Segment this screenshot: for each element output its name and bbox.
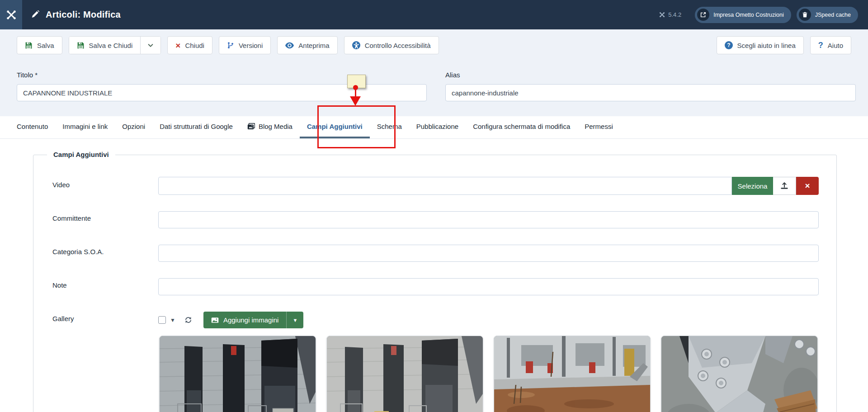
site-preview-button[interactable]: Impresa Ometto Costruzioni (695, 7, 791, 23)
joomla-logo-icon (5, 9, 18, 21)
tab-label: Immagini e link (62, 123, 108, 130)
chevron-down-icon (147, 42, 154, 48)
tab-label: Dati strutturati di Google (160, 123, 233, 130)
committente-input[interactable] (158, 211, 819, 228)
tab-permessi[interactable]: Permessi (577, 116, 620, 138)
preview-button[interactable]: Anteprima (277, 36, 337, 54)
save-options-toggle[interactable] (140, 37, 160, 54)
tab-label: Blog Media (259, 123, 292, 130)
alias-input[interactable] (445, 84, 856, 101)
help-label: Aiuto (828, 42, 843, 49)
joomla-admin-article-edit: Articoli: Modifica 5.4.2 (0, 0, 868, 412)
question-mark-icon: ? (818, 41, 823, 49)
joomla-version: 5.4.2 (659, 11, 681, 18)
clear-x-icon: × (805, 181, 810, 190)
campi-aggiuntivi-fieldset: Campi Aggiuntivi Video Seleziona × Commi… (33, 155, 837, 412)
gallery-thumbnails (159, 336, 818, 412)
committente-field-label: Committente (52, 214, 91, 222)
refresh-icon[interactable] (184, 316, 192, 324)
save-and-close-label: Salva e Chiudi (89, 42, 133, 49)
gallery-photo-facade-2[interactable] (326, 336, 483, 412)
image-icon (211, 317, 219, 323)
tab-opzioni[interactable]: Opzioni (115, 116, 152, 138)
tab-strip: Contenuto Immagini e link Opzioni Dati s… (0, 116, 868, 139)
eye-icon (285, 42, 294, 49)
question-circle-icon: ? (725, 41, 733, 49)
tab-contenuto[interactable]: Contenuto (9, 116, 55, 138)
note-input[interactable] (158, 278, 819, 295)
video-field-label: Video (52, 181, 70, 189)
accessibility-check-button[interactable]: Controllo Accessibilità (344, 36, 439, 54)
page-title: Articoli: Modifica (46, 9, 121, 20)
versions-button[interactable]: Versioni (219, 36, 271, 54)
close-button[interactable]: × Chiudi (167, 36, 212, 54)
add-images-label: Aggiungi immagini (223, 316, 279, 324)
add-images-dropdown-toggle[interactable]: ▼ (286, 312, 303, 328)
app-header: Articoli: Modifica 5.4.2 (0, 0, 868, 29)
gallery-photo-excavation[interactable] (494, 336, 651, 412)
clear-cache-label: JSpeed cache (815, 12, 851, 18)
video-clear-button[interactable]: × (796, 177, 819, 195)
save-icon (25, 42, 33, 49)
tab-pubblicazione[interactable]: Pubblicazione (409, 116, 466, 138)
tab-label: Opzioni (122, 123, 145, 130)
tab-label: Pubblicazione (416, 123, 458, 130)
preview-label: Anteprima (298, 42, 329, 49)
gallery-photo-steel-anchor[interactable] (661, 336, 818, 412)
tab-dati-strutturati[interactable]: Dati strutturati di Google (152, 116, 240, 138)
gallery-field-label: Gallery (52, 315, 74, 322)
close-x-icon: × (175, 41, 180, 50)
fieldset-legend: Campi Aggiuntivi (47, 151, 115, 158)
universal-access-icon (352, 41, 360, 49)
tab-immagini-e-link[interactable]: Immagini e link (55, 116, 115, 138)
media-stack-icon (247, 123, 255, 130)
pencil-icon (31, 10, 40, 19)
trash-icon (799, 9, 811, 21)
gallery-photo-facade-1[interactable] (159, 336, 316, 412)
note-field-label: Note (52, 281, 67, 289)
gallery-controls: ▼ Aggiungi immagini (158, 312, 303, 328)
save-close-group: Salva e Chiudi (69, 36, 161, 54)
video-input[interactable] (158, 177, 732, 195)
add-images-split-button: Aggiungi immagini ▼ (203, 312, 303, 328)
code-branch-icon (227, 42, 234, 49)
title-field-label: Titolo * (17, 71, 38, 79)
external-link-icon (697, 9, 709, 21)
clear-cache-button[interactable]: JSpeed cache (797, 7, 858, 23)
tab-configura-schermata[interactable]: Configura schermata di modifica (466, 116, 577, 138)
save-label: Salva (37, 42, 54, 49)
video-upload-button[interactable] (773, 177, 796, 195)
accessibility-check-label: Controllo Accessibilità (365, 42, 431, 49)
version-number: 5.4.2 (668, 11, 681, 18)
svg-text:?: ? (727, 42, 730, 48)
save-icon (77, 42, 85, 49)
upload-icon (780, 182, 788, 190)
joomla-mini-icon (659, 11, 665, 18)
tab-label: Configura schermata di modifica (473, 123, 570, 130)
caret-down-icon: ▼ (292, 317, 297, 323)
versions-label: Versioni (239, 42, 263, 49)
help-button[interactable]: ? Aiuto (810, 36, 851, 54)
categoria-soa-input[interactable] (158, 245, 819, 262)
toolbar-spacer (445, 36, 710, 54)
tab-blog-media[interactable]: Blog Media (240, 116, 300, 138)
close-label: Chiudi (185, 42, 204, 49)
add-images-button[interactable]: Aggiungi immagini (203, 312, 287, 328)
video-field-group: Seleziona × (158, 177, 819, 195)
alias-field-label: Alias (445, 71, 460, 79)
categoria-soa-field-label: Categoria S.O.A. (52, 248, 104, 256)
joomla-logo[interactable] (0, 0, 22, 29)
choose-online-help-label: Scegli aiuto in linea (737, 42, 796, 49)
annotation-highlight-box (317, 105, 396, 148)
save-and-close-button[interactable]: Salva e Chiudi (69, 37, 141, 54)
gallery-select-all-checkbox[interactable] (158, 316, 166, 324)
save-button[interactable]: Salva (17, 36, 62, 54)
tab-label: Contenuto (17, 123, 48, 130)
site-preview-label: Impresa Ometto Costruzioni (713, 12, 784, 18)
video-select-button[interactable]: Seleziona (732, 177, 773, 195)
choose-online-help-button[interactable]: ? Scegli aiuto in linea (717, 36, 804, 54)
annotation-arrow-head (350, 96, 361, 106)
caret-down-icon[interactable]: ▼ (170, 317, 175, 323)
tab-label: Permessi (585, 123, 613, 130)
page-title-wrap: Articoli: Modifica (31, 9, 121, 20)
